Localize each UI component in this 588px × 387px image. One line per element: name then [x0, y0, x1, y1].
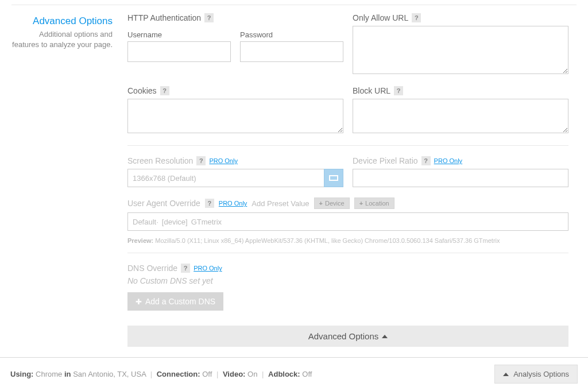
only-allow-url-heading: Only Allow URL: [353, 13, 408, 22]
pro-only-link[interactable]: PRO Only: [209, 157, 238, 164]
device-pixel-ratio-group: Device Pixel Ratio ? PRO Only: [353, 156, 568, 187]
dns-empty-text: No Custom DNS set yet: [127, 276, 568, 285]
divider: [127, 145, 568, 146]
cookies-group: Cookies ?: [127, 86, 343, 135]
pro-only-link[interactable]: PRO Only: [194, 265, 222, 272]
block-url-textarea[interactable]: [353, 99, 568, 133]
username-label: Username: [127, 30, 231, 39]
advanced-options-toggle[interactable]: Advanced Options: [127, 326, 568, 347]
section-title: Advanced Options: [11, 16, 113, 27]
screen-resolution-input: 1366x768 (Default): [127, 169, 343, 187]
help-icon[interactable]: ?: [160, 86, 169, 95]
only-allow-url-textarea[interactable]: [353, 26, 568, 74]
help-icon[interactable]: ?: [205, 199, 214, 208]
add-preset-label: Add Preset Value: [252, 199, 309, 208]
status-summary: Using: Chrome in San Antonio, TX, USA | …: [10, 370, 312, 378]
divider: [127, 253, 568, 253]
dns-override-heading: DNS Override: [127, 264, 177, 273]
block-url-heading: Block URL: [353, 86, 390, 95]
chevron-up-icon: [503, 373, 509, 376]
screen-resolution-heading: Screen Resolution: [127, 156, 193, 165]
password-label: Password: [240, 30, 343, 39]
monitor-icon: [324, 169, 343, 187]
dns-override-group: DNS Override ? PRO Only No Custom DNS se…: [127, 264, 568, 311]
help-icon[interactable]: ?: [394, 86, 403, 95]
chevron-up-icon: [382, 335, 388, 338]
cookies-heading: Cookies: [127, 86, 157, 95]
device-pixel-ratio-input: [353, 169, 568, 187]
section-subtitle: Additional options and features to analy…: [11, 29, 113, 49]
cookies-textarea[interactable]: [127, 99, 343, 133]
add-location-button: Location: [354, 198, 394, 209]
block-url-group: Block URL ?: [353, 86, 568, 135]
user-agent-heading: User Agent Override: [127, 199, 200, 208]
pro-only-link[interactable]: PRO Only: [219, 200, 247, 207]
user-agent-group: User Agent Override ? PRO Only Add Prese…: [127, 198, 568, 245]
analysis-options-button[interactable]: Analysis Options: [494, 365, 578, 384]
top-divider: [11, 5, 577, 5]
add-custom-dns-button: Add a Custom DNS: [127, 292, 223, 311]
user-agent-preview: Preview: Mozilla/5.0 (X11; Linux x86_64)…: [127, 237, 568, 245]
help-icon[interactable]: ?: [412, 13, 421, 22]
options-form: HTTP Authentication ? Username Password: [121, 10, 588, 347]
screen-resolution-group: Screen Resolution ? PRO Only 1366x768 (D…: [127, 156, 343, 187]
help-icon[interactable]: ?: [204, 13, 214, 22]
device-pixel-ratio-heading: Device Pixel Ratio: [353, 156, 418, 165]
left-description-panel: Advanced Options Additional options and …: [0, 10, 121, 347]
help-icon[interactable]: ?: [421, 156, 431, 165]
help-icon[interactable]: ?: [196, 156, 206, 165]
username-input[interactable]: [127, 41, 231, 62]
help-icon[interactable]: ?: [181, 264, 190, 273]
add-device-button: Device: [314, 198, 350, 209]
status-footer: Using: Chrome in San Antonio, TX, USA | …: [0, 358, 588, 387]
pro-only-link[interactable]: PRO Only: [434, 157, 463, 164]
http-auth-heading: HTTP Authentication: [127, 13, 201, 22]
user-agent-input: Default· [device] GTmetrix: [127, 212, 568, 231]
http-authentication-group: HTTP Authentication ? Username Password: [127, 13, 343, 76]
only-allow-url-group: Only Allow URL ?: [353, 13, 568, 76]
password-input[interactable]: [240, 41, 343, 62]
